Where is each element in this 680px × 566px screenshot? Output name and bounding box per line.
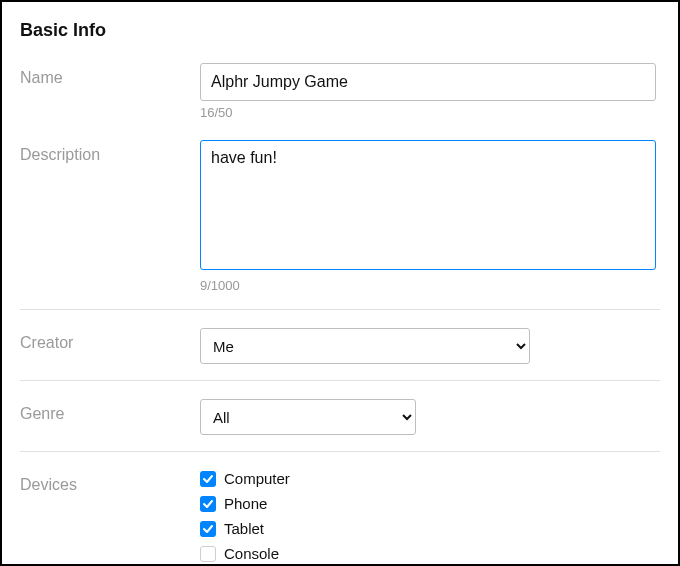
device-checkbox-console[interactable] — [200, 546, 216, 562]
check-icon — [202, 498, 214, 510]
device-checkbox-computer[interactable] — [200, 471, 216, 487]
description-field-col: 9/1000 — [200, 140, 660, 293]
device-checkbox-tablet[interactable] — [200, 521, 216, 537]
row-description: Description 9/1000 — [20, 136, 660, 309]
section-title: Basic Info — [20, 20, 660, 41]
device-item-tablet: Tablet — [200, 520, 660, 537]
devices-checkbox-list: Computer Phone Tablet Console — [200, 470, 660, 562]
description-label: Description — [20, 140, 200, 164]
devices-label: Devices — [20, 470, 200, 494]
name-label: Name — [20, 63, 200, 87]
check-icon — [202, 523, 214, 535]
creator-select[interactable]: Me — [200, 328, 530, 364]
row-name: Name 16/50 — [20, 59, 660, 136]
device-label-computer: Computer — [224, 470, 290, 487]
device-item-computer: Computer — [200, 470, 660, 487]
description-input[interactable] — [200, 140, 656, 270]
creator-label: Creator — [20, 328, 200, 352]
device-label-phone: Phone — [224, 495, 267, 512]
genre-field-col: All — [200, 399, 660, 435]
device-item-console: Console — [200, 545, 660, 562]
genre-label: Genre — [20, 399, 200, 423]
device-checkbox-phone[interactable] — [200, 496, 216, 512]
row-devices: Devices Computer Phone — [20, 451, 660, 566]
row-creator: Creator Me — [20, 309, 660, 380]
name-field-col: 16/50 — [200, 63, 660, 120]
name-counter: 16/50 — [200, 105, 660, 120]
check-icon — [202, 473, 214, 485]
creator-field-col: Me — [200, 328, 660, 364]
devices-field-col: Computer Phone Tablet Console — [200, 470, 660, 562]
name-input[interactable] — [200, 63, 656, 101]
row-genre: Genre All — [20, 380, 660, 451]
device-item-phone: Phone — [200, 495, 660, 512]
description-counter: 9/1000 — [200, 278, 660, 293]
device-label-tablet: Tablet — [224, 520, 264, 537]
basic-info-panel: Basic Info Name 16/50 Description 9/1000… — [0, 0, 680, 566]
device-label-console: Console — [224, 545, 279, 562]
genre-select[interactable]: All — [200, 399, 416, 435]
